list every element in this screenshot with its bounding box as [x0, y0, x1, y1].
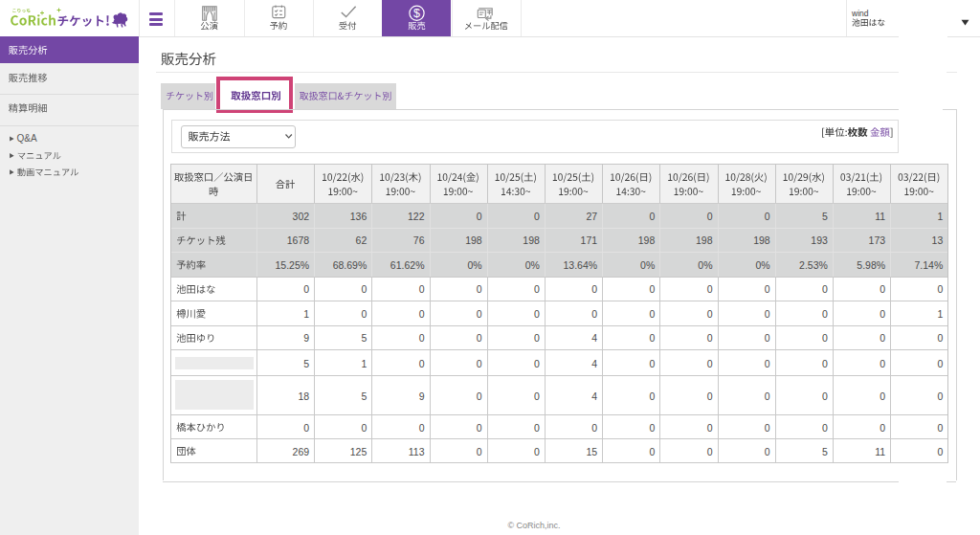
svg-text:$: $ [413, 7, 420, 20]
